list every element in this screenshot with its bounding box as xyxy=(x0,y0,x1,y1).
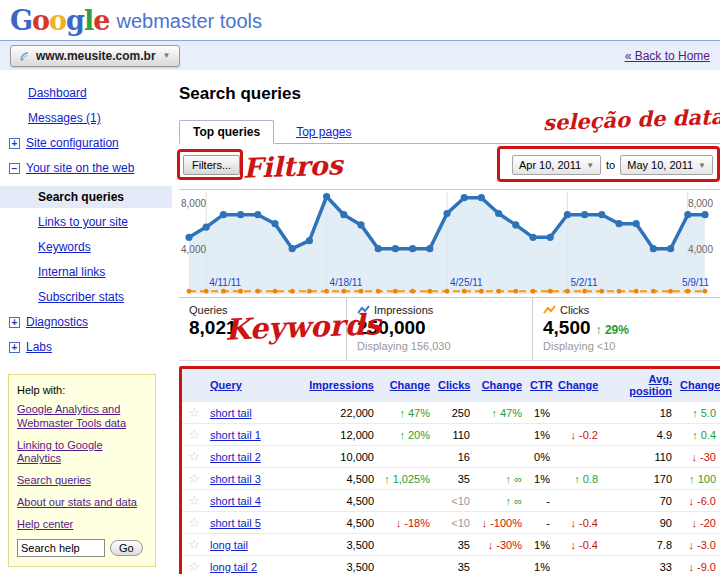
star-icon[interactable]: ☆ xyxy=(182,468,206,490)
table-row: ☆short tail22,000↑ 47%250↑ 47%1%18↑ 5.0 xyxy=(182,402,720,424)
start-date-dropdown[interactable]: Apr 10, 2011 ▼ xyxy=(512,155,601,175)
change-cell xyxy=(554,446,602,468)
page-title: Search queries xyxy=(179,84,720,104)
help-link[interactable]: Google Analytics and Webmaster Tools dat… xyxy=(17,403,147,431)
column-header-change[interactable]: Change xyxy=(558,379,598,391)
change-cell xyxy=(474,556,526,574)
sidebar-item-label[interactable]: Messages (1) xyxy=(28,111,101,125)
svg-text:4/11/11: 4/11/11 xyxy=(209,277,241,288)
change-up-arrow: ↑ ∞ xyxy=(506,495,522,507)
expand-plus-icon[interactable]: + xyxy=(9,138,20,149)
sidebar-item-links-to-your-site[interactable]: Links to your site xyxy=(0,215,172,229)
table-row: ☆short tail 54,500↓ -18%<10↓ -100%-↓ -0.… xyxy=(182,512,720,534)
help-link[interactable]: Help center xyxy=(17,518,147,532)
query-link[interactable]: short tail 4 xyxy=(210,495,261,507)
trend-chart-svg: 4,0004,0008,0008,0004/11/114/18/114/25/1… xyxy=(179,190,715,298)
star-icon[interactable]: ☆ xyxy=(182,424,206,446)
query-link[interactable]: short tail 5 xyxy=(210,517,261,529)
change-cell: ↑ 47% xyxy=(474,402,526,424)
collapse-minus-icon[interactable]: − xyxy=(9,163,20,174)
sidebar-item-dashboard[interactable]: Dashboard xyxy=(0,86,172,100)
sidebar-item-label[interactable]: Links to your site xyxy=(38,215,128,229)
chevron-down-icon: ▼ xyxy=(163,51,171,60)
star-icon[interactable]: ☆ xyxy=(182,446,206,468)
site-favicon-icon xyxy=(19,50,31,62)
sidebar-item-subscriber-stats[interactable]: Subscriber stats xyxy=(0,290,172,304)
sidebar-item-label[interactable]: Dashboard xyxy=(28,86,87,100)
impressions-value: 12,000 xyxy=(302,424,378,446)
column-header-change[interactable]: Change xyxy=(482,379,522,391)
table-row: ☆short tail 210,000160%110↓ -30 xyxy=(182,446,720,468)
sidebar-item-keywords[interactable]: Keywords xyxy=(0,240,172,254)
expand-plus-icon[interactable]: + xyxy=(9,317,20,328)
help-search-go-button[interactable]: Go xyxy=(110,540,143,556)
avg-position-value: 70 xyxy=(602,490,676,512)
chevron-down-icon: ▼ xyxy=(698,161,706,170)
column-header-ctr[interactable]: CTR xyxy=(530,379,553,391)
clicks-value: 250 xyxy=(434,402,474,424)
query-link[interactable]: short tail 3 xyxy=(210,473,261,485)
change-cell: ↓ -30% xyxy=(474,534,526,556)
column-header-query[interactable]: Query xyxy=(210,379,242,391)
help-link[interactable]: About our stats and data xyxy=(17,496,147,510)
back-to-home-link[interactable]: « Back to Home xyxy=(625,49,710,63)
change-cell xyxy=(378,534,434,556)
stat-impressions-displaying: Displaying 156,030 xyxy=(357,340,522,352)
star-icon[interactable]: ☆ xyxy=(182,534,206,556)
filters-button[interactable]: Filters... xyxy=(183,155,240,175)
sidebar-item-label[interactable]: Your site on the web xyxy=(26,161,134,175)
clicks-value: <10 xyxy=(434,512,474,534)
end-date-dropdown[interactable]: May 10, 2011 ▼ xyxy=(620,155,713,175)
svg-text:8,000: 8,000 xyxy=(181,198,206,209)
change-cell: ↓ -0.4 xyxy=(554,512,602,534)
sidebar-item-labs[interactable]: +Labs xyxy=(0,340,172,354)
table-row: ☆short tail 34,500↑ 1,025%35↑ ∞1%↑ 0.817… xyxy=(182,468,720,490)
tab-top-queries[interactable]: Top queries xyxy=(179,120,274,144)
sidebar-item-label[interactable]: Subscriber stats xyxy=(38,290,124,304)
column-header-avg-position[interactable]: Avg. position xyxy=(629,373,672,397)
column-header-impressions[interactable]: Impressions xyxy=(309,379,374,391)
clicks-value: 35 xyxy=(434,468,474,490)
app-header: Google webmaster tools xyxy=(0,0,720,40)
stats-row: Keywords Queries 8,021 Impressions 250,0… xyxy=(179,297,720,361)
change-down-arrow: ↓ -9.0 xyxy=(688,561,716,573)
sidebar-item-your-site-on-the-web[interactable]: −Your site on the web xyxy=(0,161,172,175)
sidebar-item-label[interactable]: Keywords xyxy=(38,240,91,254)
query-link[interactable]: short tail 1 xyxy=(210,429,261,441)
impressions-value: 3,500 xyxy=(302,534,378,556)
query-link[interactable]: long tail xyxy=(210,539,248,551)
sidebar-item-search-queries[interactable]: Search queries xyxy=(0,186,172,208)
svg-text:5/2/11: 5/2/11 xyxy=(570,277,597,288)
query-link[interactable]: short tail xyxy=(210,407,252,419)
help-link[interactable]: Search queries xyxy=(17,474,147,488)
svg-text:5/9/11: 5/9/11 xyxy=(682,277,709,288)
sidebar-item-site-configuration[interactable]: +Site configuration xyxy=(0,136,172,150)
star-icon[interactable]: ☆ xyxy=(182,402,206,424)
star-icon[interactable]: ☆ xyxy=(182,556,206,574)
sidebar-item-diagnostics[interactable]: +Diagnostics xyxy=(0,315,172,329)
sidebar-item-label[interactable]: Site configuration xyxy=(26,136,119,150)
change-down-arrow: ↓ -20 xyxy=(692,517,716,529)
tab-top-pages[interactable]: Top pages xyxy=(292,121,355,143)
change-cell: ↑ 5.0 xyxy=(676,402,720,424)
svg-text:4,000: 4,000 xyxy=(181,244,206,255)
query-link[interactable]: short tail 2 xyxy=(210,451,261,463)
column-header-change[interactable]: Change xyxy=(680,379,720,391)
help-link[interactable]: Linking to Google Analytics xyxy=(17,439,147,467)
sidebar-item-messages-1-[interactable]: Messages (1) xyxy=(0,111,172,125)
star-icon[interactable]: ☆ xyxy=(182,512,206,534)
sidebar-item-internal-links[interactable]: Internal links xyxy=(0,265,172,279)
sidebar-item-label[interactable]: Labs xyxy=(26,340,52,354)
sidebar-item-label[interactable]: Diagnostics xyxy=(26,315,88,329)
change-cell xyxy=(378,446,434,468)
change-up-arrow: ↑ 1,025% xyxy=(384,473,430,485)
expand-plus-icon[interactable]: + xyxy=(9,342,20,353)
column-header-change[interactable]: Change xyxy=(390,379,430,391)
site-selector-dropdown[interactable]: www.meusite.com.br ▼ xyxy=(10,45,180,67)
star-icon[interactable]: ☆ xyxy=(182,490,206,512)
help-search-input[interactable] xyxy=(17,539,105,557)
column-header-clicks[interactable]: Clicks xyxy=(438,379,470,391)
query-link[interactable]: long tail 2 xyxy=(210,561,257,573)
change-cell xyxy=(554,490,602,512)
sidebar-item-label[interactable]: Internal links xyxy=(38,265,105,279)
